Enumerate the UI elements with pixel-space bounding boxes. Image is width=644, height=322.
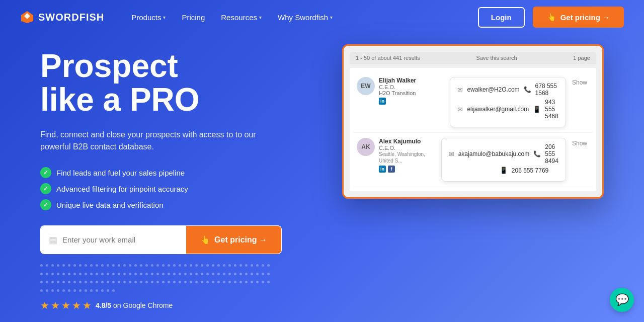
main-content: Prospect like a PRO Find, connect and cl…	[0, 34, 644, 311]
contact-info-1: Elijah Walker C.E.O. H2O Transition in	[379, 77, 446, 105]
dot	[62, 289, 65, 292]
dot	[156, 264, 159, 267]
avatar-1: EW	[357, 77, 375, 95]
dot	[195, 281, 198, 283]
login-button[interactable]: Login	[478, 7, 525, 28]
dot	[112, 264, 115, 267]
dot	[223, 264, 225, 267]
dot	[68, 281, 70, 283]
dot	[79, 289, 82, 292]
email-detail-icon: ✉	[457, 86, 463, 94]
phone-icon-1: 📞	[524, 86, 531, 93]
nav-products[interactable]: Products ▾	[124, 9, 173, 26]
dot	[223, 273, 225, 275]
dot	[239, 273, 242, 275]
dot	[228, 273, 231, 275]
contact-row-1: EW Elijah Walker C.E.O. H2O Transition i…	[354, 72, 592, 133]
dot	[129, 281, 131, 283]
show-button-1[interactable]: Show	[570, 77, 589, 88]
mobile-icon-1: 📱	[533, 106, 541, 113]
dot	[40, 264, 43, 267]
nav-get-pricing-button[interactable]: 👆 Get pricing →	[533, 7, 624, 28]
screenshot-header: 1 - 50 of about 441 results Save this se…	[350, 52, 596, 64]
dot	[212, 273, 214, 275]
contact-row-2: AK Alex Kajumulo C.E.O. Seattle, Washing…	[354, 133, 592, 187]
dot	[107, 264, 109, 267]
dot	[168, 264, 170, 267]
dot	[112, 289, 115, 292]
dot	[79, 264, 82, 267]
dot	[85, 264, 87, 267]
dot	[145, 281, 148, 283]
linkedin-icon: in	[379, 98, 386, 105]
star-2: ★	[51, 299, 60, 311]
check-icon-1: ✓	[40, 167, 51, 178]
logo[interactable]: SWORDFISH	[20, 10, 104, 24]
nav-links: Products ▾ Pricing Resources ▾ Why Sword…	[124, 9, 478, 26]
dot	[228, 264, 231, 267]
contact-info-2: Alex Kajumulo C.E.O. Seattle, Washington…	[379, 138, 437, 173]
dot	[168, 273, 170, 275]
dot	[162, 264, 165, 267]
chevron-down-icon: ▾	[163, 15, 166, 20]
dot	[245, 281, 248, 283]
dot	[123, 273, 126, 275]
phone2-row-2: 📱 206 555 7769	[449, 167, 558, 174]
navbar: SWORDFISH Products ▾ Pricing Resources ▾…	[0, 0, 644, 34]
dot	[62, 273, 65, 275]
chat-icon: 💬	[615, 293, 629, 306]
dot	[51, 273, 54, 275]
dot	[118, 264, 120, 267]
rating-row: ★ ★ ★ ★ ★ 4.8/5 on Google Chrome	[40, 299, 312, 311]
dot	[123, 264, 126, 267]
dot	[217, 264, 220, 267]
dot	[134, 273, 137, 275]
dot	[206, 273, 209, 275]
nav-pricing[interactable]: Pricing	[175, 9, 212, 26]
facebook-icon: f	[388, 166, 395, 173]
dot	[40, 289, 43, 292]
email-row-2: ✉ akajamulo@babukaju.com 📞 206 555 8494	[449, 143, 558, 165]
dot	[201, 273, 203, 275]
dot	[145, 264, 148, 267]
dot	[267, 273, 270, 275]
dot	[129, 264, 131, 267]
chevron-down-icon: ▾	[259, 15, 262, 20]
cta-get-pricing-button[interactable]: 👆 Get pricing →	[186, 226, 281, 254]
dot	[112, 281, 115, 283]
social-links-2: in f	[379, 166, 437, 173]
dot	[173, 264, 176, 267]
email-input[interactable]	[62, 235, 178, 244]
chat-bubble[interactable]: 💬	[610, 288, 634, 312]
feature-item-2: ✓ Advanced filtering for pinpoint accura…	[40, 183, 312, 194]
dot	[201, 281, 203, 283]
dot	[73, 289, 76, 292]
dot	[112, 273, 115, 275]
avatar-2: AK	[357, 138, 375, 156]
dot	[73, 264, 76, 267]
dot	[168, 281, 170, 283]
dot	[62, 264, 65, 267]
dot	[140, 281, 142, 283]
dot	[62, 281, 65, 283]
dot	[256, 281, 259, 283]
dot	[68, 273, 70, 275]
dot	[223, 281, 225, 283]
feature-item-1: ✓ Find leads and fuel your sales pipelin…	[40, 167, 312, 178]
dot	[184, 281, 187, 283]
dot	[90, 264, 93, 267]
dot	[123, 281, 126, 283]
dot	[151, 273, 153, 275]
dot	[107, 281, 109, 283]
dot	[46, 273, 48, 275]
linkedin-icon-2: in	[379, 166, 386, 173]
nav-why-swordfish[interactable]: Why Swordfish ▾	[271, 9, 340, 26]
dot	[57, 281, 59, 283]
dot	[51, 264, 54, 267]
dot	[107, 289, 109, 292]
dot	[57, 273, 59, 275]
nav-resources[interactable]: Resources ▾	[214, 9, 269, 26]
show-button-2[interactable]: Show	[570, 138, 589, 149]
dot	[190, 273, 192, 275]
hand-icon: 👆	[547, 13, 556, 22]
